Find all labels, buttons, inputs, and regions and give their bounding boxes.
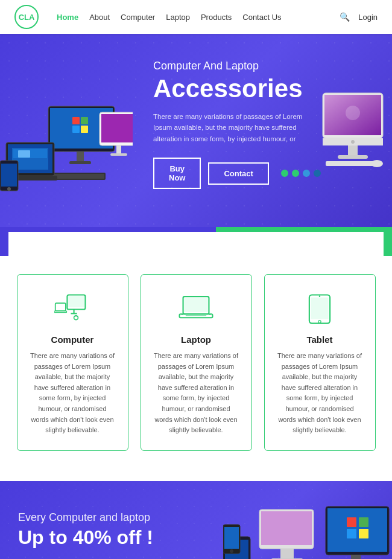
tablet-icon [277,293,363,326]
svg-rect-48 [311,298,328,319]
buy-now-button[interactable]: Buy Now [153,158,201,189]
navbar: CLA Home About Computer Laptop Products … [0,0,392,34]
corner-left-accent [0,232,8,256]
computer-card-desc: There are many variations of passages of… [30,351,116,436]
laptop-card-desc: There are many variations of passages of… [153,351,239,436]
promo-computers-image [223,500,392,559]
nav-item-computer[interactable]: Computer [121,11,155,22]
login-link[interactable]: Login [358,13,378,22]
nav-item-laptop[interactable]: Laptop [166,11,190,22]
svg-rect-54 [359,517,368,527]
svg-rect-61 [261,511,312,545]
svg-rect-3 [81,117,88,124]
laptop-icon [153,293,239,326]
svg-rect-20 [101,114,133,142]
nav-item-about[interactable]: About [89,11,110,22]
computer-icon [30,293,116,326]
hero-subtitle: Computer And Laptop [153,60,321,72]
svg-point-26 [346,106,360,120]
svg-rect-4 [72,126,80,133]
hero-title: Accessories [153,75,321,103]
tablet-card: Tablet There are many variations of pass… [264,274,376,451]
svg-rect-37 [55,303,66,311]
computer-card-title: Computer [30,334,116,345]
tablet-card-desc: There are many variations of passages of… [277,351,363,436]
svg-rect-29 [348,145,358,156]
svg-rect-52 [327,508,387,552]
tablet-card-title: Tablet [277,334,363,345]
cards-section: Computer There are many variations of pa… [0,244,392,481]
search-icon[interactable]: 🔍 [340,12,350,22]
laptop-card-title: Laptop [153,334,239,345]
svg-rect-17 [1,164,17,187]
nav-right: 🔍 Login [340,12,378,22]
svg-point-49 [318,321,321,323]
svg-point-28 [351,140,355,144]
indicator-3[interactable] [303,170,310,177]
nav-item-contact[interactable]: Contact Us [242,11,281,22]
svg-rect-21 [116,145,121,155]
nav-item-products[interactable]: Products [201,11,232,22]
svg-point-18 [7,187,11,191]
svg-rect-6 [77,152,84,162]
divider-purple [0,227,216,232]
indicator-1[interactable] [281,170,288,177]
svg-rect-56 [359,529,368,538]
slide-indicators [281,170,321,177]
laptop-card: Laptop There are many variations of pass… [141,274,252,451]
indicator-2[interactable] [292,170,299,177]
nav-links: Home About Computer Laptop Products Cont… [57,11,340,22]
svg-rect-2 [72,117,80,124]
svg-rect-62 [280,549,294,559]
svg-rect-5 [81,126,88,133]
svg-rect-34 [68,296,84,307]
hero-imac-image [320,90,386,171]
corner-right-accent [384,232,392,256]
svg-rect-72 [224,527,239,549]
accent-bar [0,232,392,244]
svg-rect-55 [347,529,356,538]
computer-card: Computer There are many variations of pa… [17,274,128,451]
svg-point-73 [230,549,233,553]
hero-content: Computer And Laptop Accessories There ar… [153,60,321,189]
contact-button[interactable]: Contact [208,162,268,185]
svg-rect-43 [180,314,213,318]
svg-rect-14 [18,150,30,158]
hero-computers-image [0,94,133,215]
nav-item-home[interactable]: Home [57,11,78,22]
hero-description: There are many variations of passages of… [153,111,321,144]
hero-section: Computer And Laptop Accessories There ar… [0,34,392,227]
svg-point-32 [371,160,383,167]
promo-section: Every Computer and laptop Up to 40% off … [0,481,392,559]
svg-rect-38 [54,311,67,313]
cards-row: Computer There are many variations of pa… [12,274,380,451]
svg-rect-7 [69,161,91,164]
indicator-4[interactable] [314,170,321,177]
hero-buttons: Buy Now Contact [153,158,321,189]
svg-rect-22 [110,153,127,156]
logo[interactable]: CLA [14,5,39,29]
divider-teal [216,227,393,232]
svg-rect-42 [184,298,207,312]
svg-rect-53 [347,517,356,527]
svg-point-50 [319,295,321,297]
svg-rect-57 [351,555,361,559]
section-divider [0,227,392,232]
svg-rect-30 [338,155,368,159]
